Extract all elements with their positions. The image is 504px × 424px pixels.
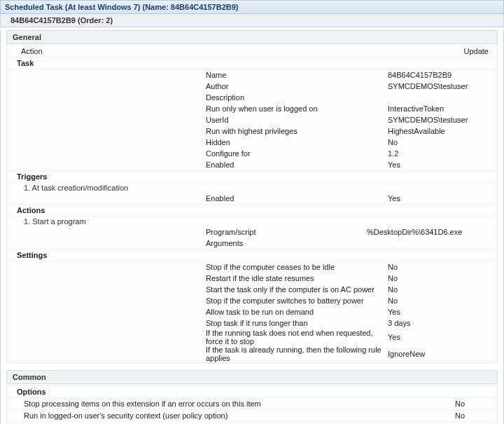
section-common-panel: Options Stop processing items on this ex… <box>6 385 498 424</box>
settings-key: Start the task only if the computer is o… <box>203 285 385 294</box>
settings-key: Stop task if it runs longer than <box>203 319 385 327</box>
task-val: 84B64C4157B2B9 <box>385 71 497 79</box>
action-key: Arguments <box>203 239 385 247</box>
settings-key: Stop if the computer switches to battery… <box>203 296 385 305</box>
settings-key: Stop if the computer ceases to be idle <box>203 263 385 271</box>
settings-val: No <box>385 263 497 271</box>
task-val: No <box>385 138 497 146</box>
settings-val: No <box>385 296 497 305</box>
settings-val: 3 days <box>385 319 497 327</box>
settings-val: Yes <box>385 308 497 316</box>
section-common-header[interactable]: Common <box>6 370 498 384</box>
settings-key: Allow task to be run on demand <box>203 308 385 316</box>
option-key: Run in logged-on user's security context… <box>7 411 455 420</box>
task-key: Enabled <box>203 160 385 169</box>
triggers-subheader: Triggers <box>7 170 497 183</box>
task-subheader: Task <box>7 57 497 69</box>
settings-key: If the running task does not end when re… <box>203 329 385 346</box>
option-val: No <box>455 399 497 408</box>
settings-key: Restart if the idle state resumes <box>203 274 385 282</box>
task-rows: Name84B64C4157B2B9 AuthorSYMCDEMOS\testu… <box>7 69 497 170</box>
task-key: Run only when user is logged on <box>203 104 385 113</box>
action-update-row: Action Update <box>7 46 497 57</box>
settings-key: If the task is already running, then the… <box>203 346 385 362</box>
task-val: SYMCDEMOS\testuser <box>385 116 497 124</box>
actions-subheader: Actions <box>7 204 497 217</box>
task-val: Yes <box>385 160 497 169</box>
trigger-val: Yes <box>385 194 497 203</box>
task-val: SYMCDEMOS\testuser <box>385 82 497 90</box>
settings-val: No <box>385 285 497 294</box>
settings-val: Yes <box>385 333 497 341</box>
task-key: Description <box>203 93 385 102</box>
task-id-header: 84B64C4157B2B9 (Order: 2) <box>0 14 504 27</box>
settings-rows: Stop if the computer ceases to be idleNo… <box>7 261 497 362</box>
task-val: HighestAvailable <box>385 127 497 135</box>
task-key: Run with highest privileges <box>203 127 385 135</box>
trigger-item: 1. At task creation/modification <box>7 183 497 193</box>
task-key: Author <box>203 82 385 90</box>
trigger-key: Enabled <box>203 194 385 203</box>
task-key: Name <box>203 71 385 79</box>
task-val: 1.2 <box>385 149 497 158</box>
settings-val: IgnoreNew <box>385 350 497 358</box>
action-val: %DesktopDir%\6341D6.exe <box>364 228 497 236</box>
action-item: 1. Start a program <box>7 217 497 226</box>
options-rows: Stop processing items on this extension … <box>7 398 497 424</box>
task-val: InteractiveToken <box>385 104 497 113</box>
window-title: Scheduled Task (At least Windows 7) (Nam… <box>0 0 504 14</box>
settings-val: No <box>385 274 497 282</box>
task-key: UserId <box>203 116 385 124</box>
task-key: Hidden <box>203 138 385 146</box>
option-val: No <box>455 411 497 420</box>
action-value: Update <box>203 47 497 55</box>
task-key: Configure for <box>203 149 385 158</box>
content-area: General Action Update Task Name84B64C415… <box>0 30 504 424</box>
section-general-panel: Action Update Task Name84B64C4157B2B9 Au… <box>6 46 498 363</box>
action-key: Program/script <box>203 228 364 236</box>
settings-subheader: Settings <box>7 249 497 261</box>
section-general-header[interactable]: General <box>6 30 498 44</box>
options-subheader: Options <box>7 385 497 398</box>
option-key: Stop processing items on this extension … <box>7 399 455 408</box>
action-label: Action <box>7 47 203 55</box>
